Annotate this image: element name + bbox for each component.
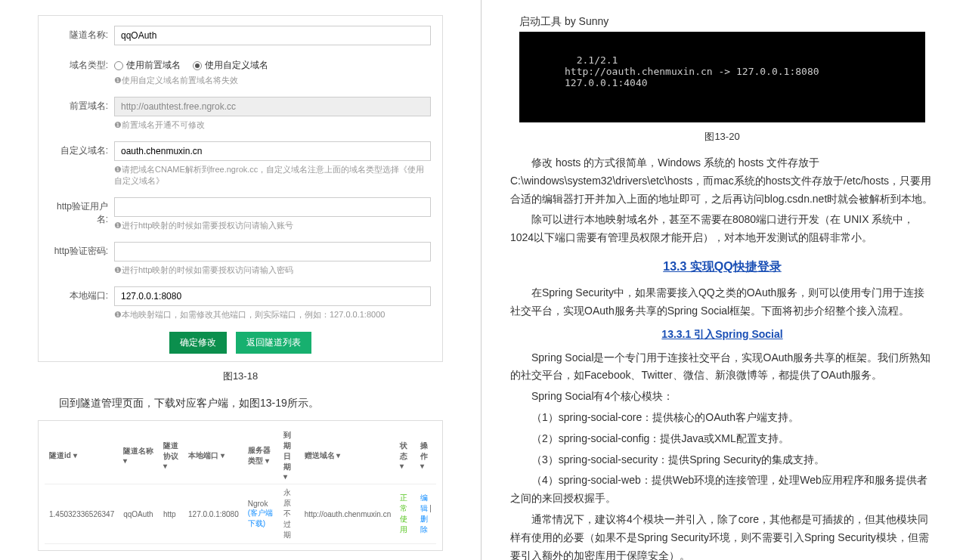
para-r6: （1）spring-social-core：提供核心的OAuth客户端支持。 (510, 409, 934, 427)
custom-label: 自定义域名: (50, 141, 114, 157)
para-r3: 在Spring Security中，如果需要接入QQ之类的OAuth服务，则可以… (510, 284, 934, 320)
prefix-input (114, 97, 431, 116)
para-r4: Spring Social是一个专门用于连接社交平台，实现OAuth服务共享的框… (510, 349, 934, 385)
para-r10: 通常情况下，建议将4个模块一并引入，除了core，其他都是可插拔的，但其他模块同… (510, 511, 934, 560)
para-r1: 修改 hosts 的方式很简单，Windows 系统的 hosts 文件存放于C… (510, 154, 934, 208)
prefix-label: 前置域名: (50, 97, 114, 113)
http-user-input[interactable] (114, 197, 431, 217)
edit-link[interactable]: 编辑 (420, 493, 428, 512)
para-r2: 除可以进行本地映射域名外，甚至不需要在8080端口进行开发（在 UNIX 系统中… (510, 211, 934, 247)
download-link[interactable]: (客户端下载) (248, 509, 273, 528)
para-r9: （4）spring-social-web：提供Web环境的连接管理，处理Web应… (510, 472, 934, 508)
tunnel-name-input[interactable] (114, 26, 431, 45)
tunnel-form: 隧道名称: 域名类型: 使用前置域名 使用自定义域名 ❶使用自定义域名前置域名将… (38, 15, 443, 362)
para-r5: Spring Social有4个核心模块： (510, 388, 934, 406)
back-button[interactable]: 返回隧道列表 (236, 332, 311, 354)
para-r7: （2）spring-social-config：提供Java或XML配置支持。 (510, 430, 934, 448)
radio-custom-domain[interactable]: 使用自定义域名 (193, 59, 268, 72)
domain-type-hint: ❶使用自定义域名前置域名将失效 (114, 75, 431, 86)
http-user-label: http验证用户名: (50, 197, 114, 226)
para-l1: 回到隧道管理页面，下载对应客户端，如图13-19所示。 (38, 394, 443, 413)
right-page: 启动工具 by Sunny 2.1/2.1 http://oauth.chenm… (482, 0, 963, 560)
http-user-hint: ❶进行http映射的时候如需要授权访问请输入账号 (114, 220, 431, 231)
section-13-3: 13.3 实现QQ快捷登录 (504, 259, 940, 275)
save-button[interactable]: 确定修改 (169, 332, 227, 354)
local-port-input[interactable] (114, 286, 431, 306)
terminal: 2.1/2.1 http://oauth.chenmuxin.cn -> 127… (519, 32, 925, 122)
caption-13-18: 图13-18 (23, 370, 458, 383)
http-pass-label: http验证密码: (50, 242, 114, 258)
section-13-3-1: 13.3.1 引入Spring Social (504, 328, 940, 342)
delete-link[interactable]: 删除 (420, 515, 428, 534)
radio-prefix-domain[interactable]: 使用前置域名 (114, 59, 181, 72)
http-pass-input[interactable] (114, 242, 431, 261)
custom-hint: ❶请把域名CNAME解析到free.ngrok.cc，自定义域名注意上面的域名类… (114, 164, 431, 187)
left-page: 隧道名称: 域名类型: 使用前置域名 使用自定义域名 ❶使用自定义域名前置域名将… (0, 0, 482, 560)
para-r8: （3）spring-social-security：提供Spring Secur… (510, 451, 934, 469)
domain-type-label: 域名类型: (50, 56, 114, 72)
local-port-label: 本地端口: (50, 286, 114, 302)
terminal-title: 启动工具 by Sunny (519, 15, 925, 29)
tunnel-table: 隧道id ▾ 隧道名称 ▾ 隧道协议 ▾ 本地端口 ▾ 服务器类型 ▾ 到期日期… (38, 420, 443, 551)
tunnel-name-label: 隧道名称: (50, 26, 114, 42)
http-pass-hint: ❶进行http映射的时候如需要授权访问请输入密码 (114, 265, 431, 276)
custom-input[interactable] (114, 141, 431, 161)
caption-13-20: 图13-20 (504, 130, 940, 144)
prefix-hint: ❶前置域名开通不可修改 (114, 119, 431, 131)
table-row: 1.45032336526347 qqOAuth http 127.0.0.1:… (45, 484, 436, 544)
local-port-hint: ❶本地映射端口，如需修改其他端口，则实际端口，例如：127.0.0.1:8000 (114, 309, 431, 320)
